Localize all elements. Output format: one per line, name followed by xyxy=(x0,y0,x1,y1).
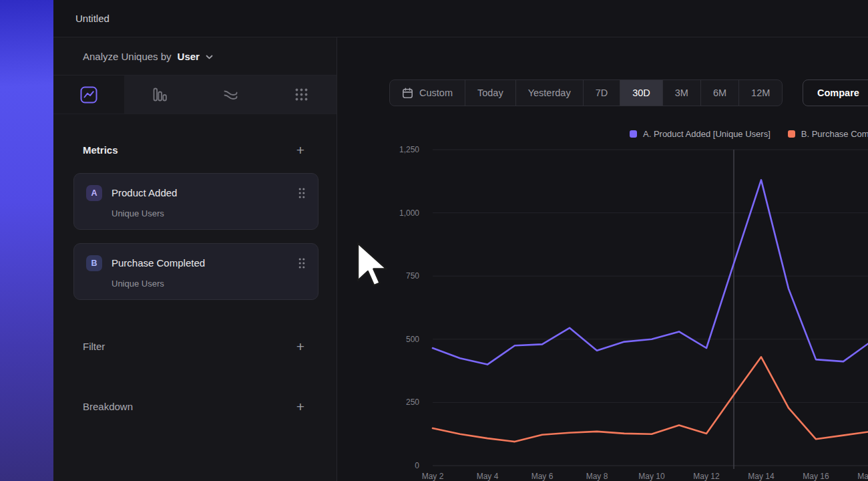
x-tick-label: May 18 xyxy=(857,472,868,481)
legend-label: A. Product Added [Unique Users] xyxy=(643,129,771,139)
range-3m-button[interactable]: 3M xyxy=(662,80,700,106)
metric-subtitle[interactable]: Unique Users xyxy=(86,208,306,218)
legend-swatch xyxy=(788,130,795,138)
legend-label: B. Purchase Completed [Unique Users] xyxy=(801,129,868,139)
add-metric-button[interactable]: + xyxy=(296,143,304,157)
chart-panel: Custom Today Yesterday 7D 30D 3M 6M 12M … xyxy=(337,37,868,481)
filter-section-header: Filter + xyxy=(53,337,337,355)
tab-retention[interactable] xyxy=(266,75,337,114)
range-30d-button[interactable]: 30D xyxy=(620,80,662,106)
range-today-button[interactable]: Today xyxy=(465,80,515,106)
brand-gradient-strip xyxy=(0,0,53,481)
range-yesterday-button[interactable]: Yesterday xyxy=(515,80,583,106)
chart-type-tabs xyxy=(53,75,337,114)
tab-flows[interactable] xyxy=(195,75,266,114)
x-tick-label: May 6 xyxy=(531,472,554,481)
add-breakdown-button[interactable]: + xyxy=(296,399,304,414)
metric-card-b[interactable]: B Purchase Completed Unique Users xyxy=(73,243,318,300)
range-12m-button[interactable]: 12M xyxy=(738,80,782,106)
range-custom-button[interactable]: Custom xyxy=(390,80,465,106)
app-window: Untitled Analyze Uniques by User xyxy=(0,0,868,481)
query-sidebar: Analyze Uniques by User xyxy=(53,37,337,481)
analytics-chart[interactable]: 02505007501,0001,250May 2May 4May 6May 8… xyxy=(337,144,868,481)
metric-subtitle[interactable]: Unique Users xyxy=(86,279,306,289)
range-6m-button[interactable]: 6M xyxy=(700,80,738,106)
x-tick-label: May 14 xyxy=(748,472,775,481)
metric-badge-b: B xyxy=(86,255,102,271)
legend-item-a[interactable]: A. Product Added [Unique Users] xyxy=(630,129,771,139)
analyze-uniques-value[interactable]: User xyxy=(178,51,200,62)
y-tick-label: 1,250 xyxy=(399,145,419,154)
date-range-selector: Custom Today Yesterday 7D 30D 3M 6M 12M xyxy=(389,79,783,106)
filter-label: Filter xyxy=(83,341,105,352)
line-chart-icon xyxy=(80,86,97,104)
flows-icon xyxy=(222,86,239,103)
tab-line-chart[interactable] xyxy=(53,75,124,114)
analyze-uniques-label: Analyze Uniques by xyxy=(83,51,172,62)
x-tick-label: May 10 xyxy=(638,472,665,481)
y-tick-label: 500 xyxy=(406,335,419,344)
x-tick-label: May 12 xyxy=(693,472,720,481)
compare-button[interactable]: Compare xyxy=(803,79,868,106)
series-line-0 xyxy=(433,180,868,364)
legend-swatch xyxy=(630,130,637,138)
add-filter-button[interactable]: + xyxy=(296,339,304,353)
chart-area: 02505007501,0001,250May 2May 4May 6May 8… xyxy=(337,144,868,481)
metric-drag-handle-icon[interactable] xyxy=(298,187,306,199)
chart-legend: A. Product Added [Unique Users] B. Purch… xyxy=(630,129,868,139)
series-line-1 xyxy=(433,357,868,442)
chevron-down-icon[interactable] xyxy=(206,55,213,59)
metric-badge-a: A xyxy=(86,185,102,201)
bar-chart-icon xyxy=(152,86,168,103)
metrics-label: Metrics xyxy=(83,144,118,156)
top-bar: Untitled xyxy=(53,0,868,37)
metrics-section-header: Metrics + xyxy=(53,141,337,158)
report-title[interactable]: Untitled xyxy=(75,13,110,24)
x-tick-label: May 2 xyxy=(422,472,444,481)
legend-item-b[interactable]: B. Purchase Completed [Unique Users] xyxy=(788,129,868,139)
analyze-uniques-header: Analyze Uniques by User xyxy=(53,37,337,75)
breakdown-section-header: Breakdown + xyxy=(53,397,337,415)
x-tick-label: May 16 xyxy=(803,472,829,481)
y-tick-label: 1,000 xyxy=(399,208,419,218)
retention-grid-icon xyxy=(293,86,310,103)
range-7d-button[interactable]: 7D xyxy=(583,80,620,106)
metric-card-a[interactable]: A Product Added Unique Users xyxy=(73,173,318,230)
calendar-icon xyxy=(402,88,413,99)
x-tick-label: May 4 xyxy=(477,472,499,481)
metric-title[interactable]: Product Added xyxy=(112,187,298,198)
y-tick-label: 750 xyxy=(406,271,419,281)
y-tick-label: 250 xyxy=(406,397,419,407)
metric-drag-handle-icon[interactable] xyxy=(298,257,306,269)
x-tick-label: May 8 xyxy=(586,472,608,481)
y-tick-label: 0 xyxy=(415,461,419,470)
metric-title[interactable]: Purchase Completed xyxy=(112,257,298,269)
breakdown-label: Breakdown xyxy=(83,401,133,412)
tab-bar-chart[interactable] xyxy=(124,75,195,114)
